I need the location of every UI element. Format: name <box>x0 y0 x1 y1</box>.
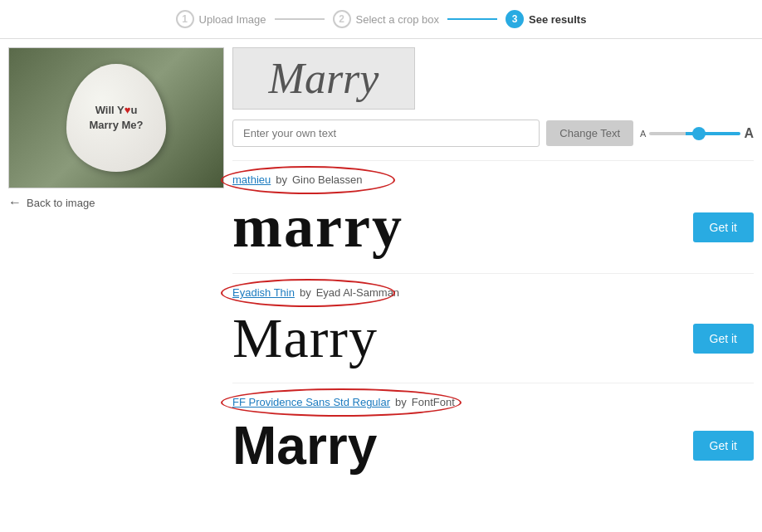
font-result-3: FF Providence Sans Std Regular by FontFo… <box>232 383 754 488</box>
step-1: 1 Upload Image <box>176 10 266 28</box>
font-result-1: mathieu by Gino Belassen marry Get it <box>232 160 754 273</box>
word-preview: Marry <box>232 47 415 110</box>
font-attribution-3: FF Providence Sans Std Regular by FontFo… <box>232 395 754 408</box>
right-panel: Marry Change Text A A mathieu by <box>232 47 754 488</box>
get-it-button-2[interactable]: Get it <box>693 324 754 354</box>
size-slider-wrapper: A A <box>640 126 754 141</box>
left-panel: Will Y♥uMarry Me? ← Back to image <box>8 47 224 488</box>
back-arrow-icon: ← <box>8 195 22 210</box>
step-1-label: Upload Image <box>199 13 266 26</box>
back-to-image-link[interactable]: ← Back to image <box>8 188 224 217</box>
balloon-text: Will Y♥uMarry Me? <box>89 103 143 133</box>
font-author-1: Gino Belassen <box>292 173 363 186</box>
font-author-3: FontFont <box>412 396 455 408</box>
font-sample-row-1: marry Get it <box>232 193 754 261</box>
size-label-large: A <box>744 126 754 141</box>
font-sample-2: Marry <box>232 305 378 371</box>
font-attribution-2: Eyadish Thin by Eyad Al-Samman <box>232 286 754 299</box>
balloon-scene: Will Y♥uMarry Me? <box>9 48 223 188</box>
step-3-label: See results <box>529 13 586 26</box>
attribution-wrapper-3: FF Providence Sans Std Regular <box>232 395 390 408</box>
text-input-row: Change Text A A <box>232 120 754 147</box>
steps-bar: 1 Upload Image 2 Select a crop box 3 See… <box>0 0 762 39</box>
step-3-num: 3 <box>506 10 524 28</box>
attribution-wrapper-2: Eyadish Thin <box>232 286 295 299</box>
font-attribution-1: mathieu by Gino Belassen <box>232 173 754 186</box>
step-2: 2 Select a crop box <box>333 10 439 28</box>
font-by-2: by <box>300 286 311 299</box>
size-label-small: A <box>640 129 646 139</box>
step-connector-1 <box>275 18 325 20</box>
main-content: Will Y♥uMarry Me? ← Back to image Marry … <box>0 39 762 496</box>
get-it-button-1[interactable]: Get it <box>693 212 754 242</box>
font-by-3: by <box>395 396 407 408</box>
font-name-link-3[interactable]: FF Providence Sans Std Regular <box>232 396 390 408</box>
attribution-wrapper-1: mathieu <box>232 173 271 186</box>
font-sample-row-3: Marry Get it <box>232 415 754 476</box>
font-sample-row-2: Marry Get it <box>232 305 754 371</box>
font-sample-3: Marry <box>232 415 377 476</box>
font-name-link-2[interactable]: Eyadish Thin <box>232 286 295 299</box>
font-author-2: Eyad Al-Samman <box>316 286 399 299</box>
get-it-button-3[interactable]: Get it <box>693 431 754 461</box>
step-1-num: 1 <box>176 10 194 28</box>
back-link-label: Back to image <box>27 197 95 209</box>
step-3: 3 See results <box>506 10 586 28</box>
balloon: Will Y♥uMarry Me? <box>66 64 166 172</box>
font-sample-1: marry <box>232 193 403 261</box>
step-2-num: 2 <box>333 10 351 28</box>
change-text-button[interactable]: Change Text <box>546 120 633 146</box>
original-image: Will Y♥uMarry Me? <box>8 47 224 188</box>
size-slider[interactable] <box>649 132 740 135</box>
font-by-1: by <box>276 173 287 186</box>
preview-text: Marry <box>269 54 379 103</box>
custom-text-input[interactable] <box>232 120 540 147</box>
heart-icon: ♥ <box>125 104 131 116</box>
font-name-link-1[interactable]: mathieu <box>232 173 271 186</box>
step-connector-2 <box>447 18 497 20</box>
step-2-label: Select a crop box <box>356 13 439 26</box>
font-result-2: Eyadish Thin by Eyad Al-Samman Marry Get… <box>232 273 754 383</box>
